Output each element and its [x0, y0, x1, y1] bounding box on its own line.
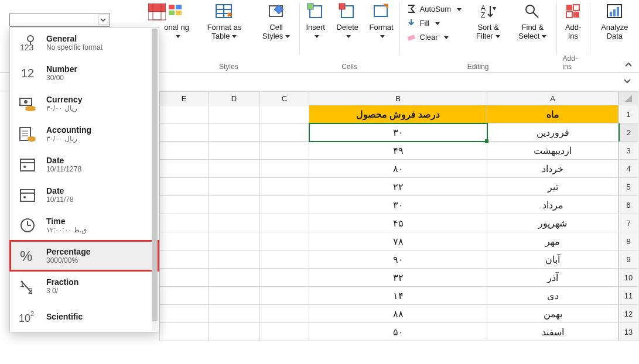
row-header[interactable]: 9: [619, 250, 638, 269]
cell[interactable]: [209, 250, 260, 269]
clear-button[interactable]: Clear: [406, 30, 462, 43]
format-button[interactable]: Format: [369, 2, 393, 41]
cell[interactable]: [260, 232, 309, 250]
cell-A[interactable]: شهریور: [487, 214, 619, 232]
row-header[interactable]: 13: [619, 323, 638, 341]
cell[interactable]: [159, 305, 209, 323]
cell[interactable]: [260, 160, 309, 178]
cell[interactable]: [260, 214, 309, 232]
row-header[interactable]: 5: [619, 178, 638, 196]
cell[interactable]: [209, 323, 260, 341]
autosum-button[interactable]: AutoSum: [406, 2, 462, 15]
colhead-A[interactable]: A: [487, 91, 619, 105]
cell[interactable]: [209, 305, 260, 323]
cell-B[interactable]: ۴۹: [309, 142, 487, 160]
cell[interactable]: [159, 232, 209, 250]
cell[interactable]: [260, 123, 309, 142]
cell[interactable]: [260, 305, 309, 323]
cell[interactable]: [260, 250, 309, 269]
format-option-general[interactable]: 123GeneralNo specific format: [10, 28, 159, 58]
colhead-D[interactable]: D: [209, 91, 260, 105]
format-option-time[interactable]: Time۱۲:۰۰:۰۰ ق.ظ: [10, 210, 159, 241]
cell[interactable]: [209, 287, 260, 305]
row-header[interactable]: 10: [619, 269, 638, 287]
fill-button[interactable]: Fill: [406, 16, 462, 29]
format-option-percentage[interactable]: %Percentage3000/00%: [10, 241, 159, 271]
cell[interactable]: [159, 250, 209, 269]
cell-A[interactable]: ماه: [487, 105, 619, 123]
cell-B[interactable]: ۸۰: [309, 160, 487, 178]
cell[interactable]: [209, 178, 260, 196]
cell[interactable]: [159, 142, 209, 160]
format-option-scientific[interactable]: 102Scientific: [10, 301, 159, 332]
cell[interactable]: [159, 214, 209, 232]
cell[interactable]: [209, 123, 260, 142]
cell-B[interactable]: ۳۰: [309, 196, 487, 214]
cell-B[interactable]: ۳۲: [309, 269, 487, 287]
cell[interactable]: [209, 269, 260, 287]
scrollbar-thumb[interactable]: [152, 29, 158, 321]
cell[interactable]: [260, 196, 309, 214]
cell[interactable]: [260, 287, 309, 305]
format-option-accounting[interactable]: Accounting۳۰/۰۰ ريال: [10, 119, 159, 149]
format-option-date[interactable]: Date10/11/78: [10, 180, 159, 210]
row-header[interactable]: 1: [619, 105, 638, 123]
cell-A[interactable]: اردیبهشت: [487, 142, 619, 160]
select-all-cell[interactable]: [619, 91, 638, 105]
addins-button[interactable]: Add-ins: [563, 2, 584, 41]
cell[interactable]: [209, 160, 260, 178]
cell-A[interactable]: مرداد: [487, 196, 619, 214]
colhead-C[interactable]: C: [260, 91, 309, 105]
cell-A[interactable]: دی: [487, 287, 619, 305]
row-header[interactable]: 8: [619, 232, 638, 250]
cell-A[interactable]: آذر: [487, 269, 619, 287]
cell-styles-button[interactable]: Cell Styles: [259, 2, 293, 41]
number-format-combo[interactable]: [9, 13, 110, 27]
cell-B[interactable]: ۷۸: [309, 232, 487, 250]
cell[interactable]: [159, 105, 209, 123]
format-option-currency[interactable]: Currency۳۰/۰۰ ريال: [10, 88, 159, 119]
delete-button[interactable]: Delete: [336, 2, 358, 41]
cell[interactable]: [159, 178, 209, 196]
cell-B[interactable]: ۹۰: [309, 250, 487, 269]
cell[interactable]: [209, 105, 260, 123]
colhead-B[interactable]: B: [309, 91, 487, 105]
row-header[interactable]: 12: [619, 305, 638, 323]
collapse-ribbon-button[interactable]: [624, 60, 633, 70]
format-option-number[interactable]: 12Number30/00: [10, 58, 159, 88]
cell[interactable]: [209, 232, 260, 250]
cell[interactable]: [159, 323, 209, 341]
format-option-date[interactable]: Date10/11/1278: [10, 149, 159, 180]
format-as-table-button[interactable]: Format as Table: [200, 2, 248, 41]
cell[interactable]: [260, 269, 309, 287]
cell[interactable]: [260, 178, 309, 196]
chevron-down-icon[interactable]: [98, 15, 108, 25]
cell[interactable]: [209, 196, 260, 214]
format-option-fraction[interactable]: 12Fraction3 0/: [10, 271, 159, 301]
analyze-data-button[interactable]: Analyze Data: [596, 2, 633, 41]
cell[interactable]: [159, 287, 209, 305]
conditional-formatting-button[interactable]: onal ng: [164, 2, 189, 41]
cell[interactable]: [159, 196, 209, 214]
sort-filter-button[interactable]: AZ Sort & Filter: [472, 2, 504, 41]
cell-A[interactable]: فروردین: [487, 123, 619, 142]
cell-A[interactable]: تیر: [487, 178, 619, 196]
row-header[interactable]: 7: [619, 214, 638, 232]
cell-B[interactable]: ۲۲: [309, 178, 487, 196]
find-select-button[interactable]: Find & Select: [515, 2, 551, 41]
cell-B[interactable]: ۸۸: [309, 305, 487, 323]
cell-B[interactable]: ۱۴: [309, 287, 487, 305]
cell[interactable]: [260, 105, 309, 123]
cell[interactable]: [260, 323, 309, 341]
cell-B[interactable]: درصد فروش محصول: [309, 105, 487, 123]
cell-B[interactable]: ۵۰: [309, 323, 487, 341]
insert-button[interactable]: Insert: [305, 2, 326, 41]
cell-A[interactable]: خرداد: [487, 160, 619, 178]
cell-B[interactable]: ۴۵: [309, 214, 487, 232]
cell[interactable]: [159, 123, 209, 142]
cell[interactable]: [260, 142, 309, 160]
row-header[interactable]: 6: [619, 196, 638, 214]
row-header[interactable]: 11: [619, 287, 638, 305]
cell[interactable]: [209, 142, 260, 160]
expand-formula-bar-button[interactable]: [623, 76, 632, 85]
